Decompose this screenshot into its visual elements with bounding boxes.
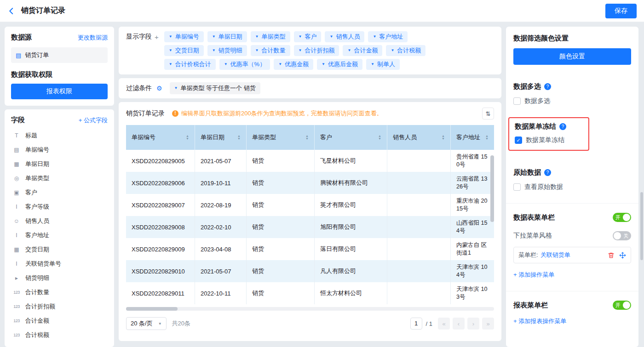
display-field-chip[interactable]: ▼优惠后金额	[317, 59, 362, 70]
move-icon[interactable]	[619, 252, 626, 259]
column-sorter[interactable]: ▲▼	[237, 135, 241, 140]
column-sorter[interactable]: ▲▼	[378, 135, 381, 140]
help-icon[interactable]: ?	[544, 83, 551, 90]
add-action-menu-link[interactable]: + 添加操作菜单	[513, 271, 631, 279]
table-menubar-toggle[interactable]: 开	[613, 213, 631, 222]
back-button[interactable]	[7, 7, 16, 15]
display-field-chip[interactable]: ▼客户地址	[368, 31, 408, 42]
gear-icon[interactable]: ⚙	[156, 85, 162, 92]
add-display-field-icon[interactable]: +	[155, 33, 159, 41]
table-row[interactable]: XSDD202208290092023-04-08销货落日有限公司内蒙古自 区街…	[126, 238, 494, 260]
display-field-chip[interactable]: ▼销货明细	[207, 45, 247, 56]
nav-last-button[interactable]: »	[482, 318, 494, 330]
column-header[interactable]: 单据类型▲▼	[247, 125, 315, 150]
display-field-chip[interactable]: ▼制单人	[366, 59, 400, 70]
display-field-chip[interactable]: ▼优惠金额	[274, 59, 313, 70]
display-field-chip[interactable]: ▼优惠率（%）	[219, 59, 270, 70]
current-page-input[interactable]: 1	[410, 318, 422, 330]
menu-item[interactable]: 菜单栏: 关联销货单	[513, 247, 631, 263]
checkbox-checked-icon[interactable]: ✓	[515, 137, 522, 144]
checkbox-unchecked-icon[interactable]	[513, 97, 521, 105]
scrollbar-thumb[interactable]	[126, 307, 178, 311]
menu-item-value[interactable]: 关联销货单	[540, 251, 605, 259]
nav-prev-button[interactable]: ‹	[453, 318, 465, 330]
datasource-item[interactable]: ▤ 销货订单	[11, 47, 108, 63]
column-header[interactable]: 客户▲▼	[315, 125, 387, 150]
trash-icon[interactable]	[608, 252, 615, 259]
page-scrollbar[interactable]	[640, 192, 643, 260]
report-permission-button[interactable]: 报表权限	[11, 84, 108, 99]
datasource-title: 数据源	[11, 33, 32, 42]
column-header[interactable]: 销售人员▲▼	[387, 125, 451, 150]
raw-data-checkbox-row[interactable]: 查看原始数据	[513, 183, 631, 191]
field-item[interactable]: ▣客户	[11, 185, 108, 199]
help-icon[interactable]: ?	[559, 123, 566, 130]
display-field-chip[interactable]: ▼单据编号	[164, 31, 204, 42]
display-field-chip[interactable]: ▼合计金额	[343, 45, 382, 56]
chip-label: 交货日期	[175, 46, 199, 55]
display-field-chip[interactable]: ▼销售人员	[325, 31, 364, 42]
display-field-chip[interactable]: ▼交货日期	[164, 45, 204, 56]
field-item[interactable]: ☺销售人员	[11, 214, 108, 228]
field-item[interactable]: I客户地址	[11, 228, 108, 242]
nav-first-button[interactable]: «	[438, 318, 450, 330]
save-button[interactable]: 保存	[605, 4, 637, 18]
total-count: 共20条	[172, 319, 190, 328]
page-size-select[interactable]: 20 条/页 ▼	[126, 317, 167, 330]
table-vertical-scrollbar[interactable]	[490, 155, 494, 222]
display-fields-card: 显示字段 + ▼单据编号▼单据日期▼单据类型▼客户▼销售人员▼客户地址▼交货日期…	[119, 27, 501, 74]
help-icon[interactable]: ?	[544, 169, 551, 176]
field-item[interactable]: ◎单据类型	[11, 171, 108, 185]
table-row[interactable]: XSDD202208290072022-08-19销货英才有限公司重庆市渝 20…	[126, 194, 494, 216]
freeze-checkbox-row[interactable]: ✓ 数据菜单冻结	[515, 136, 583, 144]
field-item[interactable]: I客户等级	[11, 199, 108, 214]
table-cell: 云南省昆 1326号	[451, 172, 494, 194]
display-field-chip[interactable]: ▼单据类型	[251, 31, 290, 42]
table-row[interactable]: XSDD202208290052021-05-07销货飞星材料公司贵州省遵 15…	[126, 150, 494, 172]
field-item[interactable]: 123合计数量	[11, 285, 108, 299]
color-settings-button[interactable]: 颜色设置	[513, 48, 631, 65]
field-item[interactable]: 123合计金额	[11, 313, 108, 328]
table-row[interactable]: XSDD202208290112022-10-11销货恒太方材料公司天津市滨 1…	[126, 282, 494, 304]
field-label: 合计折扣额	[25, 302, 55, 311]
field-item[interactable]: ▸销货明细	[11, 271, 108, 285]
dropdown-style-toggle[interactable]: 关	[613, 231, 631, 240]
field-label: 单据编号	[25, 146, 49, 154]
column-header[interactable]: 客户地址▲▼	[451, 125, 494, 150]
display-field-chip[interactable]: ▼合计价税合计	[164, 59, 216, 70]
field-item[interactable]: ▤单据编号	[11, 142, 108, 157]
display-field-chip[interactable]: ▼合计数量	[251, 45, 290, 56]
column-sorter[interactable]: ▲▼	[186, 135, 189, 140]
display-field-chip[interactable]: ▼合计折扣额	[294, 45, 339, 56]
field-item[interactable]: I关联销货单号	[11, 256, 108, 271]
change-datasource-link[interactable]: 更改数据源	[78, 34, 108, 42]
add-formula-field-link[interactable]: + 公式字段	[79, 116, 108, 125]
field-item[interactable]: T标题	[11, 128, 108, 142]
table-row[interactable]: XSDD202208290102021-05-07销货凡人有限公司天津市滨 10…	[126, 260, 494, 282]
nav-next-button[interactable]: ›	[467, 318, 479, 330]
filter-condition-chip[interactable]: ▼ 单据类型 等于任意一个 销货	[170, 82, 260, 94]
sort-toggle-button[interactable]: ⇅	[482, 108, 494, 119]
multiselect-section: 数据多选 ? 数据多选	[513, 82, 631, 105]
column-sorter[interactable]: ▲▼	[442, 135, 445, 140]
multiselect-checkbox-row[interactable]: 数据多选	[513, 97, 631, 105]
table-row[interactable]: XSDD202208290062019-10-11销货腾骏材料有限公司云南省昆 …	[126, 172, 494, 194]
checkbox-unchecked-icon[interactable]	[513, 183, 521, 191]
column-header[interactable]: 单据日期▲▼	[195, 125, 247, 150]
report-menubar-toggle[interactable]: 开	[613, 301, 631, 310]
display-field-chip[interactable]: ▼合计税额	[386, 45, 426, 56]
table-horizontal-scrollbar[interactable]	[126, 307, 494, 311]
column-sorter[interactable]: ▲▼	[485, 135, 489, 140]
table-row[interactable]: XSDD202208290082022-02-10销货旭阳有限公司山西省阳 15…	[126, 216, 494, 238]
field-item[interactable]: ▦单据日期	[11, 157, 108, 171]
column-sorter[interactable]: ▲▼	[305, 135, 309, 140]
display-field-chip[interactable]: ▼客户	[294, 31, 322, 42]
field-item[interactable]: ▦交货日期	[11, 242, 108, 256]
chevron-left-icon	[7, 7, 16, 15]
column-header[interactable]: 单据编号▲▼	[126, 125, 195, 150]
freeze-title: 数据菜单冻结	[515, 122, 556, 131]
add-report-menu-link[interactable]: + 添加报表操作菜单	[513, 317, 631, 325]
field-item[interactable]: 123合计折扣额	[11, 299, 108, 313]
display-field-chip[interactable]: ▼单据日期	[207, 31, 247, 42]
field-item[interactable]: 123合计税额	[11, 328, 108, 342]
